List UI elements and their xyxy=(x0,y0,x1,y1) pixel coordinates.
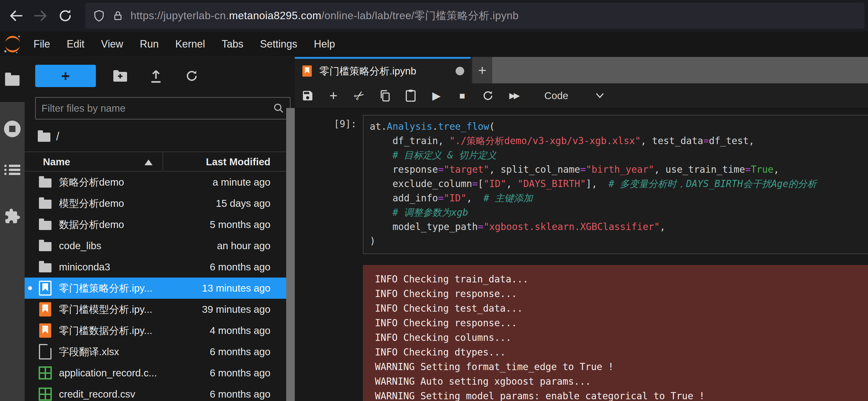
file-modified: 6 months ago xyxy=(210,261,271,273)
file-row[interactable]: credit_record.csv6 months ago xyxy=(25,383,286,401)
file-row[interactable]: 零门槛模型分析.ipy...39 minutes ago xyxy=(25,299,286,320)
file-row[interactable]: 字段翻译.xlsx6 months ago xyxy=(25,341,286,362)
menu-item-kernel[interactable]: Kernel xyxy=(167,31,214,57)
file-row[interactable]: 零门槛数据分析.ipy...4 months ago xyxy=(25,320,286,341)
file-list: 策略分析demoa minute ago模型分析demo15 days ago数… xyxy=(25,172,286,401)
browser-forward-button[interactable] xyxy=(32,7,49,24)
sort-ascending-icon[interactable] xyxy=(145,160,153,165)
notebook-icon xyxy=(303,65,312,77)
restart-icon xyxy=(482,89,494,102)
clipboard-icon xyxy=(405,89,417,102)
lock-icon[interactable] xyxy=(112,9,124,23)
menu-item-settings[interactable]: Settings xyxy=(252,31,306,57)
file-name: 零门槛模型分析.ipy... xyxy=(59,303,196,316)
notebook-icon xyxy=(38,302,53,317)
url-domain: metanoia8295.com xyxy=(229,10,321,22)
file-modified: 39 minutes ago xyxy=(202,304,271,315)
plus-icon: + xyxy=(61,68,70,83)
code-line: add_info="ID", # 主键添加 xyxy=(370,191,868,205)
folder-icon xyxy=(5,75,20,86)
restart-run-all-button[interactable]: ▶▶ xyxy=(501,86,527,106)
column-header-modified[interactable]: Last Modified xyxy=(206,156,271,168)
file-row[interactable]: application_record.c...6 months ago xyxy=(25,362,286,383)
new-tab-button[interactable]: + xyxy=(472,57,492,83)
menu-item-view[interactable]: View xyxy=(93,31,131,57)
cut-cell-button[interactable]: ✂ xyxy=(346,86,372,106)
code-line: # 调整参数为xgb xyxy=(370,205,868,220)
add-cell-button[interactable]: + xyxy=(320,86,346,106)
file-name: 策略分析demo xyxy=(59,176,207,189)
breadcrumb[interactable]: / xyxy=(38,127,59,145)
csv-icon xyxy=(38,366,53,380)
code-line: ) xyxy=(370,234,868,248)
tab-notebook[interactable]: 零门槛策略分析.ipynb xyxy=(295,57,470,83)
file-name: credit_record.csv xyxy=(59,389,204,400)
file-browser-panel: + xyxy=(25,57,295,401)
scissors-icon: ✂ xyxy=(351,87,367,104)
menu-item-help[interactable]: Help xyxy=(306,31,343,57)
sidebar-tab-extensions[interactable] xyxy=(4,208,21,225)
puzzle-icon xyxy=(4,208,21,225)
cell-type-dropdown[interactable]: Code xyxy=(544,90,568,102)
file-row[interactable]: 数据分析demo5 months ago xyxy=(25,214,286,235)
file-modified: a minute ago xyxy=(213,176,271,188)
sidebar-tab-table-of-contents[interactable] xyxy=(4,163,20,177)
cell-editor[interactable]: at.Analysis.tree_flow( df_train, "./策略分析… xyxy=(363,115,868,254)
menu-item-file[interactable]: File xyxy=(25,31,58,57)
file-row[interactable]: code_libsan hour ago xyxy=(25,235,286,256)
csv-icon xyxy=(38,387,53,401)
run-cell-button[interactable]: ▶ xyxy=(424,86,449,106)
file-name: 字段翻译.xlsx xyxy=(59,345,204,359)
file-filter-input[interactable] xyxy=(41,102,273,114)
folder-icon xyxy=(38,175,53,190)
file-row[interactable]: 零门槛策略分析.ipy...13 minutes ago xyxy=(25,278,286,299)
upload-button[interactable] xyxy=(149,68,163,83)
file-browser-scrollbar[interactable] xyxy=(286,108,295,401)
file-row[interactable]: 策略分析demoa minute ago xyxy=(25,172,286,193)
unsaved-changes-icon[interactable] xyxy=(456,67,464,75)
file-row[interactable]: 模型分析demo15 days ago xyxy=(25,193,286,214)
shield-icon[interactable] xyxy=(93,9,105,23)
menu-item-edit[interactable]: Edit xyxy=(58,31,93,57)
chevron-down-icon[interactable] xyxy=(595,92,605,99)
file-name: 数据分析demo xyxy=(59,218,204,231)
address-bar[interactable]: https://jupyterlab-cn.metanoia8295.com/o… xyxy=(85,3,865,29)
refresh-file-list-button[interactable] xyxy=(185,69,199,83)
interrupt-kernel-button[interactable]: ■ xyxy=(449,86,475,106)
run-icon: ▶ xyxy=(432,90,440,101)
folder-icon xyxy=(38,196,53,211)
url-text[interactable]: https://jupyterlab-cn.metanoia8295.com/o… xyxy=(130,8,519,23)
restart-kernel-button[interactable] xyxy=(475,86,501,106)
cell-output-stderr: INFO Checking train_data...INFO Checking… xyxy=(363,265,868,401)
code-line: df_train, "./策略分析demo/v3-xgb/v3-xgb.xlsx… xyxy=(370,134,868,148)
refresh-icon xyxy=(185,69,199,83)
code-line: response="target", split_col_name="birth… xyxy=(370,163,868,177)
new-folder-button[interactable] xyxy=(113,69,128,83)
save-button[interactable] xyxy=(295,86,320,106)
output-line: WARNING Auto setting xgboost params... xyxy=(375,374,868,389)
new-launcher-button[interactable]: + xyxy=(35,65,96,87)
sidebar-tab-running-kernels[interactable] xyxy=(4,121,21,137)
file-row[interactable]: miniconda36 months ago xyxy=(25,256,286,278)
cell-output-gutter xyxy=(295,265,363,401)
main-area: 零门槛策略分析.ipynb + + ✂ xyxy=(295,57,868,401)
stop-icon: ■ xyxy=(459,91,465,101)
menu-item-tabs[interactable]: Tabs xyxy=(214,31,252,57)
browser-back-button[interactable] xyxy=(7,7,25,24)
output-line: INFO Checking train_data... xyxy=(375,272,868,286)
copy-cell-button[interactable] xyxy=(372,86,398,106)
output-line: INFO Checking response... xyxy=(375,316,868,330)
tab-title: 零门槛策略分析.ipynb xyxy=(319,64,416,78)
sidebar-tab-filebrowser[interactable] xyxy=(0,57,25,102)
back-arrow-icon xyxy=(8,8,24,24)
home-folder-icon[interactable] xyxy=(38,133,50,142)
running-kernels-icon xyxy=(4,121,21,137)
paste-cell-button[interactable] xyxy=(398,86,424,106)
breadcrumb-root[interactable]: / xyxy=(56,130,59,143)
jupyter-logo-icon xyxy=(0,34,25,54)
file-modified: 4 months ago xyxy=(210,325,271,336)
notebook-icon xyxy=(38,281,53,295)
column-header-name[interactable]: Name xyxy=(43,156,70,168)
menu-item-run[interactable]: Run xyxy=(131,31,167,57)
browser-reload-button[interactable] xyxy=(57,7,74,24)
